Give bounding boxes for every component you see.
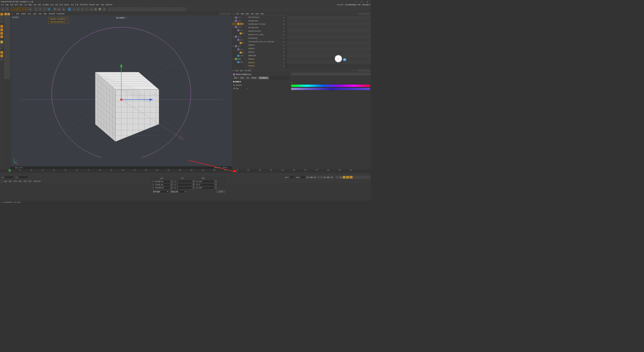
snap-opt[interactable] (4, 24, 7, 27)
end-frame-b[interactable] (295, 176, 305, 179)
rot-input[interactable] (198, 180, 214, 183)
plugin-tool[interactable] (156, 7, 160, 11)
coord-system[interactable]: 🌐 (47, 7, 51, 11)
vp-nav-icon[interactable] (220, 13, 222, 15)
vp-menu[interactable]: 面板 (44, 13, 47, 15)
color-gradient-hue[interactable] (291, 84, 371, 87)
menu-item[interactable]: 样条 (33, 4, 36, 6)
context-menu-item[interactable]: Krakatoa 标签 (244, 19, 286, 22)
key-opt[interactable] (349, 176, 353, 179)
vp-menu[interactable]: 过滤 (38, 13, 42, 15)
nav-back-icon[interactable]: ← (353, 69, 354, 72)
plugin-tool[interactable] (121, 7, 125, 11)
next-frame[interactable]: ▶ (324, 176, 327, 179)
record-key[interactable]: ● (336, 176, 339, 179)
tab-field[interactable]: 域 (246, 76, 250, 79)
generator-tool[interactable]: ◆ (76, 7, 80, 11)
scale-tool[interactable]: ⤢ (20, 7, 23, 11)
tab-color-remap[interactable]: 颜色重映射 (258, 76, 269, 79)
menu-item[interactable]: 编辑 (6, 4, 9, 6)
poly-mode[interactable] (0, 32, 3, 35)
attr-menu[interactable]: 模式 (235, 69, 239, 72)
snap-opt[interactable] (7, 50, 10, 53)
context-menu-item[interactable]: MeshBoolean V1.8 标签 (244, 22, 286, 26)
context-menu-item[interactable]: 建模标签 (244, 50, 286, 54)
snap-opt[interactable] (4, 39, 7, 41)
layout-value[interactable]: 启动 (用户) (362, 4, 370, 6)
key-opt[interactable] (360, 176, 363, 179)
snap-opt[interactable] (7, 16, 10, 18)
attr-menu[interactable]: 编辑 (240, 69, 243, 72)
scale-mode[interactable]: 缩放比例 (169, 190, 187, 193)
mat-menu[interactable]: Cycles 4D (33, 181, 41, 182)
tab-remap[interactable]: 重映射 (250, 76, 258, 79)
vp-menu[interactable]: 显示 (28, 13, 31, 15)
rotate-tool[interactable]: ⟲ (24, 7, 28, 11)
menu-item[interactable]: 运动图形 (43, 4, 49, 6)
menu-item[interactable]: 跟踪器 (64, 4, 69, 6)
snap-opt[interactable] (7, 45, 10, 47)
plugin-tool[interactable] (130, 7, 134, 11)
snap-opt[interactable] (7, 56, 10, 59)
size-input[interactable] (176, 187, 192, 189)
snap-opt[interactable] (7, 27, 10, 30)
goto-end[interactable]: ⏭ (330, 176, 334, 179)
snap-3[interactable]: S (0, 48, 3, 51)
mat-menu[interactable]: 纹理 (28, 180, 32, 183)
plugin-tool[interactable] (173, 7, 177, 11)
plugin-tool[interactable] (143, 7, 147, 11)
render-settings[interactable]: ⚙ (62, 7, 65, 11)
texture-mode[interactable] (0, 16, 3, 19)
size-input[interactable] (176, 180, 192, 183)
plugin-tool[interactable] (160, 7, 164, 11)
snap-opt[interactable] (7, 36, 10, 38)
attr-icon[interactable] (368, 69, 370, 72)
deformer-tool[interactable]: ◇ (85, 7, 89, 11)
plugin-tool[interactable] (178, 7, 181, 11)
menu-item[interactable]: 选择 (19, 4, 23, 6)
menu-item[interactable]: RealFlow (106, 4, 112, 6)
vp-menu[interactable]: 摄像机 (21, 13, 26, 15)
context-menu-item[interactable]: 毛发标签 (244, 64, 286, 68)
snap-4[interactable] (0, 51, 3, 54)
pos-input[interactable] (154, 180, 170, 183)
om-menu[interactable]: 查看 (246, 13, 249, 15)
nav-up-icon[interactable]: ↑ (357, 69, 358, 72)
snap-opt[interactable] (4, 59, 7, 62)
tab-coord[interactable]: 坐标 (239, 76, 245, 79)
prev-key[interactable]: ◀◀ (309, 176, 313, 179)
snap-opt[interactable] (4, 50, 7, 53)
dropdown-field[interactable] (291, 73, 371, 75)
snap-opt[interactable] (4, 76, 7, 79)
axis-z[interactable]: Z (43, 7, 47, 11)
menu-item[interactable]: 帮助 (101, 4, 104, 6)
radio-colormode[interactable] (233, 84, 235, 86)
vp-menu[interactable]: Redshift (49, 13, 55, 15)
mat-menu[interactable]: 创建 (4, 180, 7, 183)
snap-opt[interactable] (7, 21, 10, 24)
snap-opt[interactable] (7, 68, 10, 70)
apply-button[interactable]: 应用 (216, 190, 225, 193)
undo-button[interactable]: ↶ (1, 7, 5, 11)
last-tool[interactable]: ⊕ (28, 7, 32, 11)
om-menu[interactable]: 文件 (236, 13, 239, 15)
start-frame[interactable] (15, 176, 28, 179)
point-mode[interactable] (0, 25, 3, 28)
uv-mode[interactable] (0, 35, 3, 38)
context-menu-item[interactable]: NitroBoxTool 标签 (244, 29, 286, 33)
snap-opt[interactable] (7, 62, 10, 65)
eyedropper-icon[interactable]: ✎ (291, 82, 292, 84)
rot-input[interactable] (198, 187, 214, 189)
om-menu[interactable]: 对象 (251, 13, 254, 15)
attr-icon[interactable] (359, 69, 361, 72)
snap-opt[interactable] (4, 74, 7, 76)
snap-opt[interactable] (4, 27, 7, 30)
context-menu-item[interactable]: 材质标签 (244, 57, 286, 61)
menu-item[interactable]: 网格 (29, 4, 32, 6)
minimize-button[interactable]: — (353, 0, 359, 3)
context-menu-item[interactable]: INSYDIUM 标签 (244, 16, 286, 19)
snap-opt[interactable] (4, 36, 7, 38)
attr-menu[interactable]: 用户数据 (245, 69, 251, 72)
snap-opt[interactable] (4, 45, 7, 47)
vp-menu[interactable]: ProRender (57, 13, 65, 15)
